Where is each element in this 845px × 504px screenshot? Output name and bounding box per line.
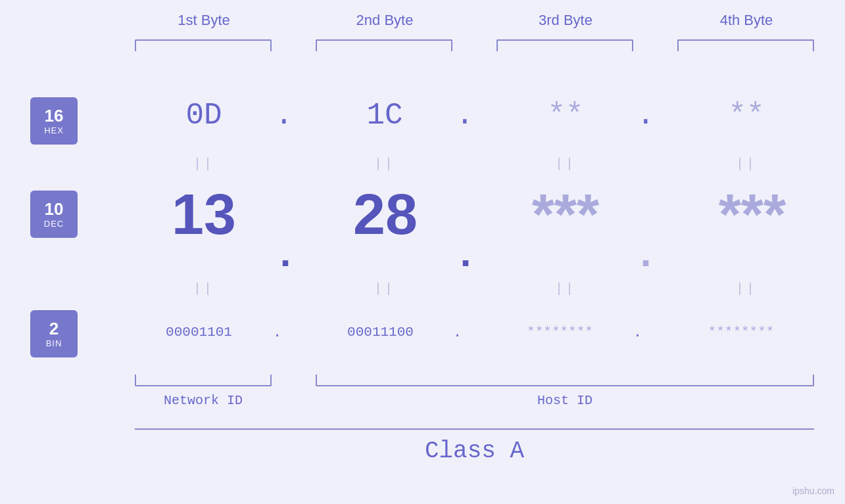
bin-dot3: . <box>633 325 642 341</box>
eq2-b2: || <box>316 281 454 296</box>
dec-badge: 10 DEC <box>30 191 78 238</box>
eq1-b1: || <box>135 156 273 172</box>
hex-byte3: ** <box>496 99 635 133</box>
dec-number: 10 <box>45 200 64 219</box>
hex-number: 16 <box>45 106 64 126</box>
dec-dot3: . <box>634 233 658 278</box>
eq1-b2: || <box>316 156 454 172</box>
main-layout: 1st Byte 2nd Byte 3rd Byte 4th Byte 16 H… <box>0 0 845 504</box>
dec-byte4: *** <box>667 181 838 248</box>
watermark: ipshu.com <box>792 486 834 496</box>
bin-dot2: . <box>453 325 462 341</box>
eq2-b3: || <box>496 281 635 296</box>
hex-byte2: 1C <box>316 99 454 133</box>
bin-byte1: 00001101 <box>128 325 270 340</box>
dec-dot2: . <box>454 233 477 278</box>
bin-byte3: ******** <box>489 325 631 340</box>
eq2-b4: || <box>677 281 815 296</box>
bin-byte2: 00011100 <box>310 325 451 340</box>
dec-byte1: 13 <box>125 181 283 248</box>
network-id-label: Network ID <box>135 393 272 408</box>
hex-badge: 16 HEX <box>30 97 78 145</box>
host-id-label: Host ID <box>316 393 814 408</box>
bracket-bot-host <box>316 375 814 386</box>
eq1-b3: || <box>496 156 635 172</box>
bin-byte4: ******** <box>668 325 814 340</box>
class-divider <box>135 428 814 430</box>
byte2-header: 2nd Byte <box>316 12 454 29</box>
bracket-top-4 <box>677 39 814 51</box>
hex-byte4: ** <box>677 99 815 133</box>
bin-badge: 2 BIN <box>30 310 78 357</box>
hex-label: HEX <box>44 126 64 135</box>
dec-byte2: 28 <box>306 181 464 248</box>
bin-number: 2 <box>49 319 59 338</box>
hex-dot3: . <box>637 99 655 133</box>
class-label: Class A <box>135 438 814 465</box>
byte1-header: 1st Byte <box>135 12 273 29</box>
bracket-top-1 <box>135 39 272 51</box>
dec-byte3: *** <box>487 181 644 248</box>
dec-dot1: . <box>274 233 297 278</box>
bracket-top-2 <box>316 39 452 51</box>
byte3-header: 3rd Byte <box>496 12 635 29</box>
eq2-b1: || <box>135 281 273 296</box>
hex-dot1: . <box>275 99 293 133</box>
bin-label: BIN <box>46 338 62 348</box>
bin-dot1: . <box>273 325 281 341</box>
bracket-top-3 <box>496 39 633 51</box>
bracket-bot-network <box>135 375 272 386</box>
hex-dot2: . <box>456 99 474 133</box>
dec-label: DEC <box>44 219 64 229</box>
eq1-b4: || <box>677 156 815 172</box>
byte4-header: 4th Byte <box>677 12 815 29</box>
hex-byte1: 0D <box>135 99 273 133</box>
